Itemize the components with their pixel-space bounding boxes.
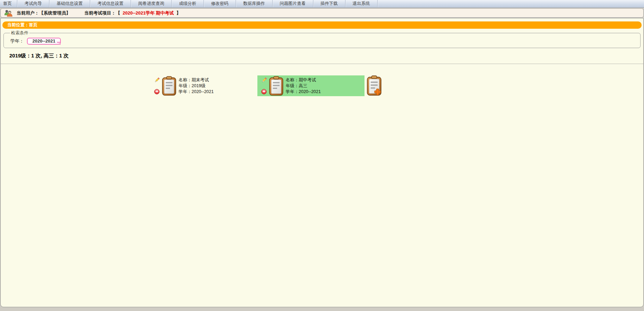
exam-grade: 年级：高三 [286, 83, 321, 89]
menu-item-marking-progress[interactable]: 阅卷进度查询 [131, 0, 172, 7]
section-divider [1, 64, 643, 64]
main-content: 当前位置：首页 检索条件 学年： 2020--2021 2019级：1 次, 高… [0, 18, 644, 307]
menu-item-logout[interactable]: 退出系统 [345, 0, 378, 7]
exam-card-details: 名称：期末考试 年级：2019级 学年：2020--2021 [179, 77, 214, 95]
exam-name: 名称：期末考试 [179, 77, 214, 83]
clipboard-icon [162, 76, 176, 96]
menu-item-problem-images[interactable]: 问题图片查看 [273, 0, 313, 7]
exam-card-details: 名称：期中考试 年级：高三 学年：2020--2021 [286, 77, 321, 95]
menu-item-change-password[interactable]: 修改密码 [204, 0, 236, 7]
menu-item-exam-wizard[interactable]: 考试向导 [17, 0, 49, 7]
current-project-label: 当前考试项目：【 [84, 10, 120, 16]
year-filter-label: 学年： [10, 38, 24, 44]
users-icon [4, 9, 13, 17]
menu-item-basic-info[interactable]: 基础信息设置 [49, 0, 90, 7]
exam-year: 学年：2020--2021 [286, 89, 321, 95]
clipboard-icon [269, 76, 283, 96]
menu-item-exam-info[interactable]: 考试信息设置 [90, 0, 131, 7]
clipboard-add-icon[interactable] [367, 75, 381, 96]
menu-item-home[interactable]: 首页 [0, 0, 17, 7]
exam-name: 名称：期中考试 [286, 77, 321, 83]
exam-year: 学年：2020--2021 [179, 89, 214, 95]
year-filter-row: 学年： 2020--2021 [10, 38, 637, 45]
exam-cards-row: 名称：期末考试 年级：2019级 学年：2020--2021 [150, 75, 643, 96]
menu-item-score-analysis[interactable]: 成绩分析 [172, 0, 204, 7]
top-menu-bar: 首页 考试向导 基础信息设置 考试信息设置 阅卷进度查询 成绩分析 修改密码 数… [0, 0, 644, 8]
user-status-bar: 当前用户：【系统管理员】 当前考试项目：【 2020--2021学年 期中考试 … [0, 8, 644, 18]
search-criteria-legend: 检索条件 [10, 30, 29, 36]
remove-minus-icon[interactable] [154, 89, 160, 94]
exam-card-final[interactable]: 名称：期末考试 年级：2019级 学年：2020--2021 [150, 75, 257, 96]
pencil-edit-icon[interactable] [261, 77, 267, 83]
exam-count-summary: 2019级：1 次, 高三：1 次 [9, 53, 643, 59]
pencil-edit-icon[interactable] [154, 77, 160, 83]
exam-grade: 年级：2019级 [179, 83, 214, 89]
current-project-value: 2020--2021学年 期中考试 [120, 10, 176, 16]
year-select-value: 2020--2021 [32, 38, 56, 44]
menu-item-database-ops[interactable]: 数据库操作 [236, 0, 273, 7]
menu-item-plugin-download[interactable]: 插件下载 [313, 0, 345, 7]
current-user-label: 当前用户：【系统管理员】 [17, 10, 70, 16]
search-criteria-panel: 检索条件 学年： 2020--2021 [3, 30, 641, 48]
dropdown-arrow-icon [57, 42, 60, 45]
year-select[interactable]: 2020--2021 [27, 38, 61, 45]
exam-card-midterm-selected[interactable]: 名称：期中考试 年级：高三 学年：2020--2021 [257, 75, 364, 96]
card-actions [154, 77, 160, 94]
card-actions [261, 77, 267, 94]
remove-minus-icon[interactable] [261, 89, 267, 94]
current-project-bracket: 】 [176, 10, 181, 16]
breadcrumb: 当前位置：首页 [2, 21, 642, 29]
